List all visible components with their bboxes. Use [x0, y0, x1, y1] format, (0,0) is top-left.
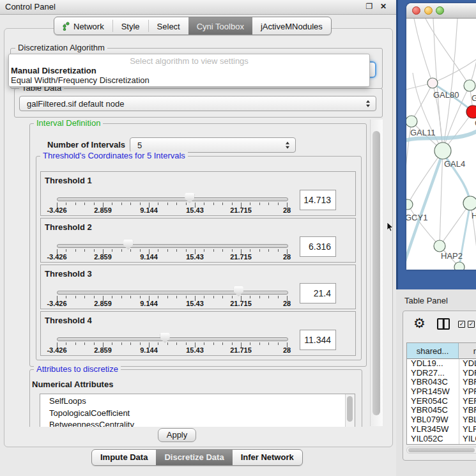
cell-name[interactable]: YDL1	[463, 359, 476, 369]
table-row[interactable]: YDR27...YDR2	[407, 369, 476, 378]
column-header-shared[interactable]: shared...	[407, 343, 459, 359]
network-window-titlebar[interactable]	[406, 3, 476, 19]
table-row[interactable]: YBR043CYBR0	[407, 378, 476, 387]
network-edge[interactable]	[411, 83, 433, 121]
scrollbar-thumb[interactable]	[408, 448, 475, 452]
table-row[interactable]: YER054CYER0	[407, 397, 476, 406]
tab-cyni-toolbox[interactable]: Cyni Toolbox	[188, 17, 252, 35]
numerical-attributes-list[interactable]: SelfLoopsTopologicalCoefficientBetweenne…	[40, 394, 355, 427]
popup-item-manual-discretization[interactable]: Manual Discretization	[11, 66, 96, 75]
tab-network-label: Network	[73, 22, 104, 31]
network-node[interactable]	[427, 78, 438, 88]
scrollbar-thumb[interactable]	[347, 396, 353, 422]
zoom-traffic-light-icon[interactable]	[436, 6, 444, 15]
network-node[interactable]	[454, 262, 464, 270]
network-canvas[interactable]: GAL80GAGAL11CGAL4GCY1HHAP2	[406, 19, 476, 270]
attribute-list-item[interactable]: TopologicalCoefficient	[49, 408, 355, 420]
close-traffic-light-icon[interactable]	[412, 6, 420, 15]
table-row[interactable]: YIL052CYIL0	[407, 434, 476, 444]
network-node[interactable]	[406, 199, 413, 210]
table-row[interactable]: YDL19...YDL1	[407, 359, 476, 369]
network-edge[interactable]	[426, 19, 470, 86]
minimize-traffic-light-icon[interactable]	[424, 6, 433, 15]
network-edge[interactable]	[440, 151, 443, 246]
tab-infer-network[interactable]: Infer Network	[233, 450, 302, 465]
network-node[interactable]	[434, 240, 445, 252]
gear-icon[interactable]: ⚙	[413, 316, 426, 330]
columns-icon[interactable]	[437, 318, 450, 330]
tick-label: -3.426	[47, 206, 66, 214]
cell-shared-name[interactable]: YDR27...	[411, 369, 445, 378]
threshold-4-slider-track[interactable]	[57, 337, 288, 341]
attributes-group-label: Attributes to discretize	[34, 365, 121, 374]
network-node[interactable]	[466, 105, 476, 118]
tab-jactivemnodules[interactable]: jActiveMNodules	[252, 17, 331, 35]
threshold-1-value-field[interactable]: 14.713	[300, 190, 336, 210]
cell-name[interactable]: YLR3	[463, 425, 476, 434]
table-data-selected-value: galFiltered.sif default node	[27, 99, 124, 109]
attribute-list-item[interactable]: SelfLoops	[49, 395, 355, 408]
tick-label: 28	[283, 346, 291, 354]
network-edge[interactable]	[408, 151, 443, 204]
network-node[interactable]	[463, 196, 476, 210]
combo-spinner-icon	[366, 100, 370, 107]
cell-shared-name[interactable]: YBR043C	[411, 378, 448, 387]
tab-select[interactable]: Select	[149, 17, 188, 35]
threshold-1-slider-handle[interactable]	[185, 193, 194, 203]
network-node[interactable]	[464, 80, 475, 91]
threshold-3-value-field[interactable]: 21.4	[300, 283, 336, 303]
cell-name[interactable]: YDR2	[463, 369, 476, 378]
attribute-list-item[interactable]: BetweennessCentrality	[49, 419, 355, 427]
table-row[interactable]: YBR045CYBR0	[407, 406, 476, 415]
cell-name[interactable]: YBR0	[463, 378, 476, 387]
table-row[interactable]: YBL079WYBL0	[407, 415, 476, 425]
checkbox-icon[interactable]: ✓	[468, 321, 475, 328]
cell-shared-name[interactable]: YBL079W	[411, 415, 449, 425]
discretization-algorithm-group-label: Discretization Algorithm	[15, 43, 107, 52]
checkbox-icon[interactable]: ✓	[458, 321, 465, 328]
apply-button[interactable]: Apply	[158, 428, 196, 442]
threshold-2-value-field[interactable]: 6.316	[300, 236, 336, 257]
algorithm-popup-hint: Select algorithm to view settings	[9, 56, 369, 66]
threshold-2-slider-track[interactable]	[57, 244, 288, 248]
tick-label: 28	[283, 206, 291, 214]
node-attribute-table[interactable]: shared... na YDL19...YDL1YDR27...YDR2YBR…	[406, 342, 476, 445]
table-data-combobox[interactable]: galFiltered.sif default node	[19, 96, 376, 111]
threshold-4-value-field[interactable]: 11.344	[300, 330, 336, 350]
cell-name[interactable]: YER0	[463, 397, 476, 406]
threshold-1-slider-track[interactable]	[57, 197, 288, 201]
table-horizontal-scrollbar[interactable]	[406, 447, 476, 454]
close-panel-icon[interactable]: ✕	[378, 1, 388, 12]
cell-shared-name[interactable]: YER054C	[411, 397, 448, 406]
network-view-window[interactable]: GAL80GAGAL11CGAL4GCY1HHAP2	[406, 3, 476, 270]
threshold-3-slider-track[interactable]	[57, 291, 288, 295]
network-node[interactable]	[434, 142, 451, 159]
cell-shared-name[interactable]: YDL19...	[411, 359, 443, 369]
tab-impute-data[interactable]: Impute Data	[92, 450, 156, 465]
tab-style[interactable]: Style	[113, 17, 148, 35]
popup-item-equal-width-frequency[interactable]: Equal Width/Frequency Discretization	[11, 75, 150, 85]
network-edge[interactable]	[414, 19, 433, 83]
float-window-icon[interactable]: ❐	[364, 1, 374, 12]
cell-shared-name[interactable]: YBR045C	[411, 406, 448, 415]
network-node[interactable]	[406, 116, 417, 127]
cell-shared-name[interactable]: YLR345W	[411, 425, 449, 434]
table-row[interactable]: YLR345WYLR3	[407, 425, 476, 434]
cell-name[interactable]: YBL0	[463, 415, 476, 425]
cell-shared-name[interactable]: YPR145W	[411, 387, 450, 397]
network-edge[interactable]	[443, 19, 457, 151]
threshold-3-panel: Threshold 3 -3.4262.8599.14415.4321.7152…	[40, 265, 356, 309]
tab-discretize-data[interactable]: Discretize Data	[156, 450, 232, 465]
attributes-list-scrollbar[interactable]	[345, 394, 355, 427]
threshold-4-slider-handle[interactable]	[160, 333, 170, 343]
tab-network[interactable]: Network	[54, 17, 112, 35]
cell-shared-name[interactable]: YIL052C	[411, 434, 443, 444]
cell-name[interactable]: YPR1	[463, 387, 476, 397]
column-header-name[interactable]: na	[459, 343, 476, 359]
cell-name[interactable]: YIL0	[463, 434, 476, 444]
table-row[interactable]: YPR145WYPR1	[407, 387, 476, 397]
threshold-3-slider-handle[interactable]	[234, 286, 243, 296]
cell-name[interactable]: YBR0	[463, 406, 476, 415]
algorithm-dropdown-popup: Select algorithm to view settings Manual…	[8, 54, 370, 87]
threshold-2-slider-handle[interactable]	[123, 240, 133, 250]
